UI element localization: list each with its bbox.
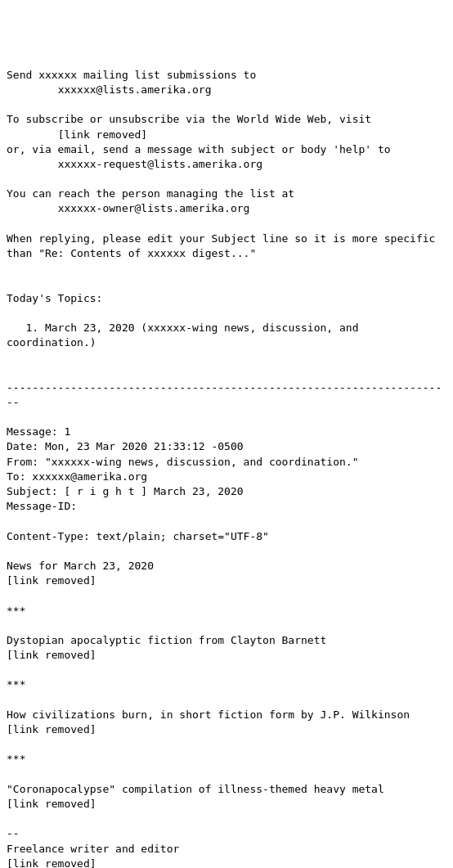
email-content: Send xxxxxx mailing list submissions to …: [7, 68, 446, 868]
